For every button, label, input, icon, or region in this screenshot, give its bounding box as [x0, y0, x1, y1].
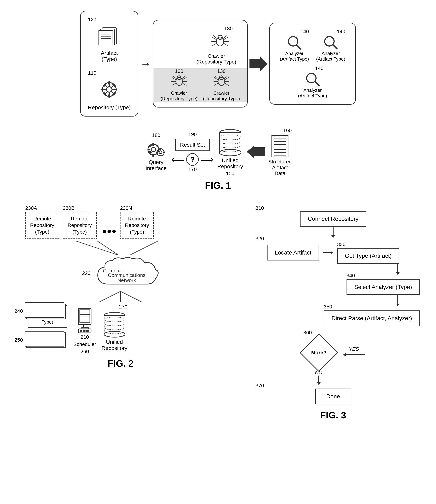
- svg-line-99: [99, 291, 120, 302]
- svg-line-48: [214, 83, 218, 86]
- analyzer2-label: Analyzer(Artifact Type): [316, 51, 345, 62]
- scheduler-label: Scheduler: [73, 342, 96, 347]
- gettype-box: Get Type (Artifact): [337, 248, 399, 264]
- more-ref: 360: [303, 330, 312, 335]
- arrow-locate-gettype: [323, 251, 334, 254]
- yes-label: YES: [349, 346, 359, 352]
- arrow-yes-icon: [343, 352, 365, 357]
- unified-ref: 270: [119, 304, 127, 310]
- connection-lines-icon: [57, 241, 184, 255]
- select-ref: 340: [346, 273, 355, 279]
- fig2: 230A RemoteRepository(Type) 230B RemoteR…: [14, 205, 227, 369]
- svg-rect-75: [156, 152, 158, 153]
- question-ref: 170: [188, 166, 197, 172]
- crawler2-ref: 130: [175, 68, 183, 74]
- structured-label: StructuredArtifactData: [268, 159, 292, 176]
- svg-rect-113: [86, 330, 89, 332]
- lines-cloud-down: [14, 291, 227, 302]
- fig1-bottom-row: 180 QueryInterface: [14, 127, 422, 176]
- svg-marker-124: [343, 353, 346, 356]
- scheduler-icon: [78, 307, 92, 333]
- locate-gettype-row: Locate Artifact 330 Get Type (Artifact): [267, 242, 399, 264]
- analyzer1-ref: 140: [300, 29, 309, 35]
- fig2-remote-repos: 230A RemoteRepository(Type) 230B RemoteR…: [25, 205, 227, 239]
- fig1-crawler-box: 130 Crawler(Repository Type): [153, 20, 247, 108]
- repo-b-box: RemoteRepository(Type): [63, 212, 97, 239]
- crawler-ref: 240: [14, 308, 23, 314]
- lines-repos-cloud: [14, 241, 227, 255]
- done-box: Done: [315, 388, 351, 404]
- svg-point-34: [176, 77, 182, 86]
- fig1-artifact-box: 120 Artifact(Type) 110: [80, 11, 138, 117]
- repo-n-box: RemoteRepository(Type): [120, 212, 154, 239]
- select-box: Select Analyzer (Type): [346, 279, 420, 295]
- fig1: 120 Artifact(Type) 110: [14, 11, 422, 191]
- analyzer1-label: Analyzer(Artifact Type): [280, 51, 309, 62]
- direct-ref: 350: [324, 304, 332, 310]
- unified-repo-ref: 150: [226, 171, 235, 176]
- query-ref: 180: [152, 132, 160, 138]
- repo-b-ref: 230B: [63, 205, 74, 211]
- svg-point-79: [219, 149, 241, 156]
- svg-line-28: [212, 43, 217, 46]
- double-arrow-right: ⟹: [200, 154, 214, 165]
- locate-box: Locate Artifact: [267, 245, 319, 261]
- unified-fig2-label: UnifiedRepository: [101, 339, 127, 351]
- yes-block: YES: [343, 346, 365, 357]
- svg-line-21: [111, 85, 114, 88]
- crawler1-ref: 130: [224, 26, 233, 32]
- svg-line-94: [97, 241, 119, 255]
- left-arrow-icon: [247, 145, 265, 158]
- svg-rect-63: [152, 143, 154, 146]
- arrow-connect-to-locate: [333, 227, 334, 236]
- analyzer3-icon: [305, 71, 321, 88]
- question-mark: ?: [186, 153, 199, 166]
- fig1-title: FIG. 1: [14, 180, 422, 191]
- network-row: 220 Computer Communications Network: [14, 255, 227, 291]
- analyzer3-label: Analyzer(Artifact Type): [298, 88, 327, 99]
- svg-line-60: [315, 81, 319, 86]
- direct-box: Direct Parse (Artifact, Analyzer): [324, 310, 420, 326]
- svg-rect-74: [160, 155, 161, 156]
- fig2-title: FIG. 2: [14, 358, 227, 369]
- fig1-top-row: 120 Artifact(Type) 110: [14, 11, 422, 117]
- structured-ref: 160: [283, 127, 292, 133]
- fig1-analyzer-box: 140 Analyzer(Artifact Type) 140 Analyzer…: [269, 23, 356, 105]
- cloud-icon: Computer Communications Network: [94, 255, 159, 291]
- arrow-to-analyzers: [249, 56, 268, 71]
- crawler2-label: Crawler(Repository Type): [161, 90, 198, 102]
- connect-box: Connect Repository: [300, 211, 366, 227]
- more-label: More?: [311, 350, 326, 356]
- repo-a-box: RemoteRepository(Type): [25, 212, 59, 239]
- crawler3-ref: 130: [217, 68, 226, 74]
- svg-rect-64: [152, 154, 154, 157]
- unified-repo-label: UnifiedRepository: [217, 157, 243, 170]
- repo-a-ref: 230A: [25, 205, 37, 211]
- double-arrow-left: ⟸: [171, 154, 184, 165]
- scheduler-col: 210 Scheduler 260: [73, 307, 96, 354]
- more-diamond: More?: [300, 333, 338, 372]
- connect-ref: 310: [256, 205, 264, 211]
- scheduler-num-ref: 210: [81, 334, 89, 340]
- svg-line-58: [333, 45, 337, 49]
- arrow-from-structured: [247, 145, 265, 158]
- result-set-box: Result Set: [175, 139, 210, 151]
- done-ref: 370: [256, 383, 264, 388]
- fig2-3-container: 230A RemoteRepository(Type) 230B RemoteR…: [14, 205, 422, 421]
- svg-line-56: [296, 45, 301, 49]
- unified-repo-icon: [218, 127, 243, 156]
- svg-rect-65: [148, 149, 150, 150]
- svg-rect-108: [83, 325, 86, 327]
- svg-rect-103: [80, 310, 90, 322]
- svg-rect-111: [80, 330, 82, 332]
- analyzer2-icon: [323, 35, 339, 51]
- unified-repo-fig2-icon: [102, 311, 127, 338]
- svg-line-101: [120, 291, 142, 302]
- crawler1-icon: [211, 33, 229, 51]
- svg-point-72: [159, 151, 162, 154]
- flowchart: 310 Connect Repository 320 Locate Artifa…: [245, 205, 422, 404]
- artifact-icon: [99, 27, 120, 45]
- crawler1-label: Crawler(Repository Type): [196, 53, 236, 65]
- crawler2-icon: [171, 74, 187, 90]
- network-ref: 220: [82, 270, 91, 276]
